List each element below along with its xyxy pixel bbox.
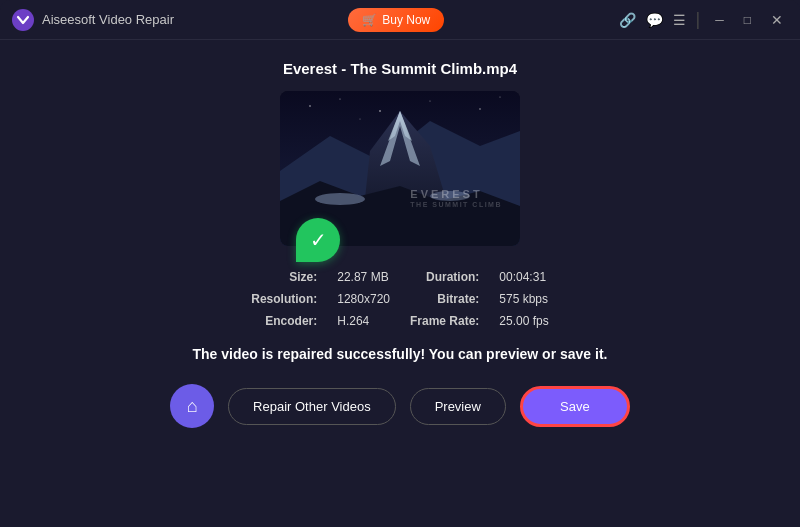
- resolution-label: Resolution:: [251, 292, 317, 306]
- svg-point-0: [12, 9, 34, 31]
- app-title: Aiseesoft Video Repair: [42, 12, 174, 27]
- preview-button[interactable]: Preview: [410, 388, 506, 425]
- video-thumbnail-container: EVEREST THE SUMMIT CLIMB ✓: [280, 91, 520, 246]
- chat-icon[interactable]: 💬: [646, 12, 663, 28]
- encoder-value: H.264: [337, 314, 390, 328]
- titlebar-right: 🔗 💬 ☰ | ─ □ ✕: [619, 9, 788, 30]
- menu-icon[interactable]: ☰: [673, 12, 686, 28]
- svg-point-5: [429, 100, 430, 101]
- bitrate-value: 575 kbps: [499, 292, 548, 306]
- link-icon[interactable]: 🔗: [619, 12, 636, 28]
- video-info-grid: Size: 22.87 MB Duration: 00:04:31 Resolu…: [251, 270, 548, 328]
- close-button[interactable]: ✕: [766, 10, 788, 30]
- bitrate-label: Bitrate:: [410, 292, 479, 306]
- titlebar-center: 🛒 Buy Now: [348, 8, 444, 32]
- repair-other-button[interactable]: Repair Other Videos: [228, 388, 396, 425]
- save-button[interactable]: Save: [520, 386, 630, 427]
- buy-now-button[interactable]: 🛒 Buy Now: [348, 8, 444, 32]
- buy-now-label: Buy Now: [382, 13, 430, 27]
- svg-point-3: [339, 98, 340, 99]
- duration-value: 00:04:31: [499, 270, 548, 284]
- success-message: The video is repaired successfully! You …: [193, 346, 608, 362]
- maximize-button[interactable]: □: [739, 11, 756, 29]
- svg-point-8: [360, 119, 361, 120]
- size-label: Size:: [251, 270, 317, 284]
- svg-point-2: [309, 105, 311, 107]
- svg-point-6: [479, 108, 480, 109]
- cart-icon: 🛒: [362, 13, 377, 27]
- size-value: 22.87 MB: [337, 270, 390, 284]
- success-check-badge: ✓: [296, 218, 340, 262]
- video-watermark: EVEREST THE SUMMIT CLIMB: [410, 188, 502, 208]
- action-bar: ⌂ Repair Other Videos Preview Save: [170, 384, 630, 428]
- framerate-label: Frame Rate:: [410, 314, 479, 328]
- svg-point-14: [315, 193, 365, 205]
- main-content: Everest - The Summit Climb.mp4: [0, 40, 800, 527]
- svg-point-4: [379, 110, 381, 112]
- home-button[interactable]: ⌂: [170, 384, 214, 428]
- home-icon: ⌂: [187, 396, 198, 417]
- app-logo: [12, 9, 34, 31]
- duration-label: Duration:: [410, 270, 479, 284]
- video-title: Everest - The Summit Climb.mp4: [283, 60, 517, 77]
- minimize-button[interactable]: ─: [710, 11, 729, 29]
- svg-point-7: [500, 97, 501, 98]
- titlebar: Aiseesoft Video Repair 🛒 Buy Now 🔗 💬 ☰ |…: [0, 0, 800, 40]
- framerate-value: 25.00 fps: [499, 314, 548, 328]
- encoder-label: Encoder:: [251, 314, 317, 328]
- separator: |: [696, 9, 701, 30]
- resolution-value: 1280x720: [337, 292, 390, 306]
- titlebar-left: Aiseesoft Video Repair: [12, 9, 174, 31]
